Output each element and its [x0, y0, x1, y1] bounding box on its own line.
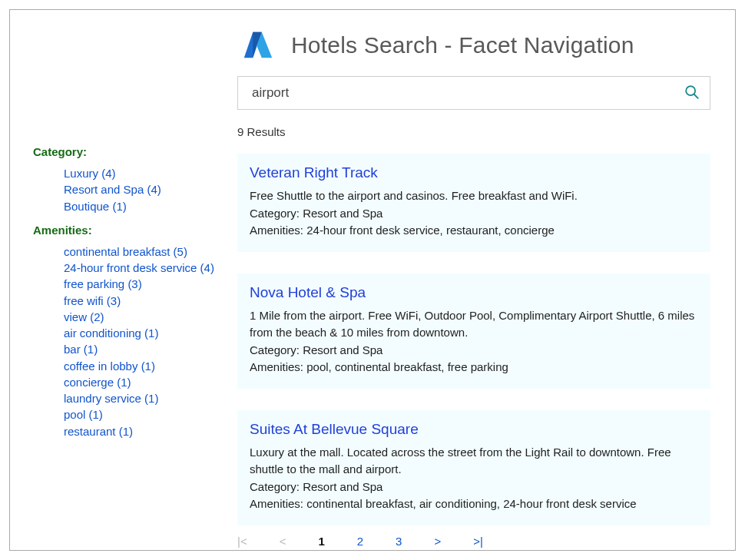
- facet-item[interactable]: laundry service (1): [64, 391, 217, 406]
- facet-item[interactable]: concierge (1): [64, 375, 217, 390]
- search-icon: [684, 84, 700, 103]
- facet-item[interactable]: Boutique (1): [64, 199, 217, 214]
- result-card: Veteran Right Track Free Shuttle to the …: [237, 154, 710, 252]
- result-amenities: Amenities: continental breakfast, air co…: [250, 495, 698, 513]
- facet-item[interactable]: pool (1): [64, 407, 217, 422]
- pager-last[interactable]: >|: [473, 535, 483, 548]
- pager-prev: <: [280, 535, 286, 548]
- app-frame: Hotels Search - Facet Navigation 9 Resul…: [9, 9, 736, 551]
- result-amenities: Amenities: 24-hour front desk service, r…: [250, 222, 698, 240]
- facet-list-category: Luxury (4) Resort and Spa (4) Boutique (…: [33, 166, 217, 214]
- facet-item[interactable]: bar (1): [64, 342, 217, 357]
- facet-item[interactable]: coffee in lobby (1): [64, 359, 217, 374]
- facet-item[interactable]: view (2): [64, 310, 217, 325]
- facet-item[interactable]: Luxury (4): [64, 166, 217, 181]
- result-title[interactable]: Veteran Right Track: [250, 164, 698, 181]
- search-input[interactable]: [237, 76, 710, 110]
- result-description: Free Shuttle to the airport and casinos.…: [250, 187, 698, 205]
- results-list: Veteran Right Track Free Shuttle to the …: [237, 154, 710, 525]
- facet-item[interactable]: air conditioning (1): [64, 326, 217, 341]
- pager: |< < 1 2 3 > >|: [237, 535, 735, 548]
- header: Hotels Search - Facet Navigation: [10, 10, 735, 71]
- facet-item[interactable]: restaurant (1): [64, 424, 217, 439]
- pager-page-2[interactable]: 2: [357, 535, 363, 548]
- search-button[interactable]: [674, 76, 710, 110]
- facet-item[interactable]: free parking (3): [64, 277, 217, 292]
- search-row: [237, 76, 710, 110]
- facet-item[interactable]: continental breakfast (5): [64, 244, 217, 260]
- result-description: Luxury at the mall. Located across the s…: [250, 444, 698, 479]
- result-category: Category: Resort and Spa: [250, 342, 698, 360]
- result-title[interactable]: Nova Hotel & Spa: [250, 284, 698, 301]
- svg-line-1: [694, 94, 698, 98]
- result-description: 1 Mile from the airport. Free WiFi, Outd…: [250, 307, 698, 342]
- facet-heading-amenities: Amenities:: [33, 224, 217, 237]
- result-category: Category: Resort and Spa: [250, 205, 698, 223]
- facet-heading-category: Category:: [33, 145, 217, 158]
- result-card: Nova Hotel & Spa 1 Mile from the airport…: [237, 273, 710, 389]
- azure-logo-icon: [240, 27, 276, 64]
- result-category: Category: Resort and Spa: [250, 479, 698, 496]
- facet-list-amenities: continental breakfast (5) 24-hour front …: [33, 244, 217, 439]
- results-count: 9 Results: [237, 125, 735, 138]
- facet-sidebar: Category: Luxury (4) Resort and Spa (4) …: [33, 145, 217, 449]
- result-title[interactable]: Suites At Bellevue Square: [250, 421, 698, 438]
- pager-page-1: 1: [318, 535, 324, 548]
- result-card: Suites At Bellevue Square Luxury at the …: [237, 410, 710, 525]
- pager-first: |<: [237, 535, 247, 548]
- facet-item[interactable]: 24-hour front desk service (4): [64, 260, 217, 276]
- pager-page-3[interactable]: 3: [396, 535, 402, 548]
- page-title: Hotels Search - Facet Navigation: [291, 32, 634, 58]
- result-amenities: Amenities: pool, continental breakfast, …: [250, 359, 698, 376]
- facet-item[interactable]: Resort and Spa (4): [64, 182, 217, 197]
- pager-next[interactable]: >: [434, 535, 441, 548]
- facet-item[interactable]: free wifi (3): [64, 293, 217, 309]
